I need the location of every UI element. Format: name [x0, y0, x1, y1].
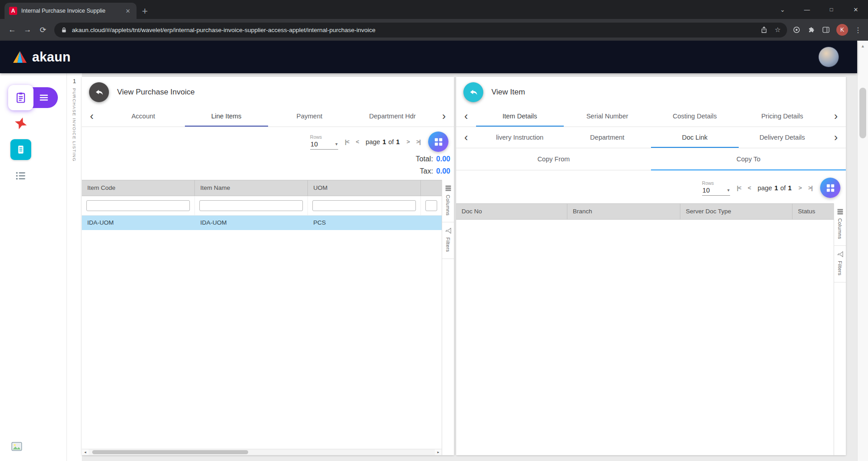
clipboard-applet-icon[interactable] [8, 85, 33, 110]
first-page-button[interactable]: |< [345, 138, 349, 145]
page-scrollbar-thumb[interactable] [859, 88, 866, 138]
sidebar-item-invoice-applet[interactable] [8, 136, 33, 163]
scroll-left-icon[interactable]: ◄ [82, 449, 89, 455]
tab-serial-number[interactable]: Serial Number [564, 106, 651, 127]
web-page: akaun [0, 41, 857, 461]
tabs-scroll-left-icon[interactable]: ‹ [82, 111, 102, 122]
tab-costing-details[interactable]: Costing Details [651, 106, 739, 127]
panel-title: View Purchase Invoice [117, 88, 195, 97]
table-header-row: Item Code Item Name UOM [82, 180, 442, 196]
column-header-item-code: Item Code [82, 180, 195, 196]
tab-department-hdr[interactable]: Department Hdr [351, 106, 434, 127]
tabs-scroll-left-icon[interactable]: ‹ [456, 111, 476, 122]
first-page-button[interactable]: |< [737, 184, 741, 191]
window-maximize-button[interactable]: □ [819, 0, 844, 19]
extensions-puzzle-icon[interactable] [807, 26, 816, 34]
tab-account[interactable]: Account [102, 106, 185, 127]
subtab-copy-from[interactable]: Copy From [456, 148, 651, 170]
window-minimize-button[interactable]: — [795, 0, 819, 19]
prev-page-button[interactable]: < [748, 184, 751, 191]
sidebar-item-gallery[interactable] [11, 441, 23, 454]
share-icon[interactable] [760, 26, 768, 33]
tab-line-items[interactable]: Line Items [185, 106, 268, 127]
filter-extra-input[interactable] [425, 200, 437, 211]
page-viewport: akaun [0, 41, 868, 461]
filter-item-code-input[interactable] [86, 200, 190, 211]
browser-menu-icon[interactable]: ⋮ [854, 26, 862, 34]
window-close-button[interactable]: ✕ [844, 0, 868, 19]
filters-button[interactable]: Filters [834, 246, 846, 282]
user-avatar[interactable] [818, 47, 839, 67]
browser-tab[interactable]: A Internal Purchase Invoice Supplie ✕ [5, 3, 137, 19]
tab-delivery-instruction[interactable]: livery Instruction [476, 127, 564, 148]
target-extension-icon[interactable] [793, 26, 801, 34]
next-page-button[interactable]: > [798, 184, 802, 191]
subtab-copy-to[interactable]: Copy To [651, 148, 846, 170]
table-row[interactable]: IDA-UOM IDA-UOM PCS [82, 216, 442, 230]
logo-text: akaun [32, 50, 71, 65]
tabs-scroll-right-icon[interactable]: › [826, 132, 846, 143]
tab-item-details[interactable]: Item Details [476, 106, 564, 127]
side-panel-icon[interactable] [822, 26, 830, 34]
sidebar-item-listing[interactable] [8, 163, 33, 189]
tab-search-icon[interactable]: ⌄ [770, 0, 795, 19]
scrollbar-track[interactable] [89, 449, 435, 455]
table-settings-button[interactable] [820, 178, 840, 198]
caret-down-icon: ▾ [335, 141, 338, 146]
tab-payment[interactable]: Payment [268, 106, 351, 127]
tab-close-icon[interactable]: ✕ [124, 8, 132, 14]
last-page-button[interactable]: >| [416, 138, 420, 145]
item-back-button[interactable] [463, 82, 483, 102]
view-purchase-invoice-panel: View Purchase Invoice ‹ Account Line Ite… [82, 77, 454, 455]
rows-per-page-select[interactable]: Rows 10▾ [702, 180, 730, 196]
page-indicator: page1of1 [366, 138, 400, 146]
browser-forward-icon[interactable]: → [20, 22, 35, 38]
doc-link-subtabs: Copy From Copy To [456, 148, 846, 170]
columns-icon [837, 209, 843, 215]
horizontal-scrollbar[interactable]: ◄ ► [82, 449, 442, 455]
filters-button[interactable]: Filters [442, 222, 454, 259]
akaun-logo[interactable]: akaun [12, 50, 71, 65]
tab-delivery-details[interactable]: Delivery Details [739, 127, 826, 148]
tabs-scroll-left-icon[interactable]: ‹ [456, 132, 476, 143]
table-settings-button[interactable] [428, 132, 448, 152]
filter-funnel-icon [445, 228, 451, 234]
scroll-up-icon[interactable]: ▲ [858, 41, 868, 48]
left-panel-tabs: ‹ Account Line Items Payment Department … [82, 106, 454, 127]
next-page-button[interactable]: > [406, 138, 410, 145]
tab-department[interactable]: Department [564, 127, 651, 148]
filter-row [82, 196, 442, 216]
bookmark-star-icon[interactable]: ☆ [775, 26, 781, 34]
browser-profile-avatar[interactable]: K [836, 24, 848, 36]
total-value: 0.00 [436, 153, 450, 165]
last-page-button[interactable]: >| [808, 184, 812, 191]
table-side-toolbar: Columns Filters [834, 203, 846, 455]
tabs-scroll-right-icon[interactable]: › [434, 111, 454, 122]
columns-button[interactable]: Columns [442, 180, 454, 222]
sidebar-item-red-applet[interactable] [8, 110, 33, 136]
filter-uom-input[interactable] [312, 200, 416, 211]
page-scrollbar[interactable]: ▲ [857, 41, 868, 461]
purchase-invoice-listing-strip[interactable]: 1 PURCHASE INVOICE LISTING [66, 73, 82, 461]
filter-item-name-input[interactable] [199, 200, 303, 211]
sidebar-item-purchase-invoice-applet[interactable] [8, 85, 66, 110]
scrollbar-thumb[interactable] [92, 450, 248, 454]
tab-doc-link[interactable]: Doc Link [651, 127, 739, 148]
columns-button[interactable]: Columns [834, 203, 846, 246]
angular-favicon-icon: A [9, 7, 17, 15]
new-tab-button[interactable]: + [142, 6, 148, 16]
tabs-scroll-right-icon[interactable]: › [826, 111, 846, 122]
tab-title: Internal Purchase Invoice Supplie [21, 8, 120, 14]
back-button[interactable] [89, 82, 109, 102]
browser-back-icon[interactable]: ← [5, 22, 20, 38]
browser-reload-icon[interactable]: ⟳ [35, 22, 51, 38]
tab-pricing-details[interactable]: Pricing Details [739, 106, 826, 127]
column-header-doc-no: Doc No [456, 204, 567, 219]
address-bar[interactable]: akaun.cloud/#/applets/tnt/wavelet/erp/in… [54, 23, 787, 38]
cell-item-name: IDA-UOM [195, 216, 308, 230]
rows-per-page-select[interactable]: Rows 10▾ [310, 134, 338, 150]
doc-link-table: Doc No Branch Server Doc Type Status [456, 203, 834, 455]
applet-menu-flyout-button[interactable] [30, 87, 58, 108]
prev-page-button[interactable]: < [356, 138, 359, 145]
scroll-right-icon[interactable]: ► [435, 449, 442, 455]
